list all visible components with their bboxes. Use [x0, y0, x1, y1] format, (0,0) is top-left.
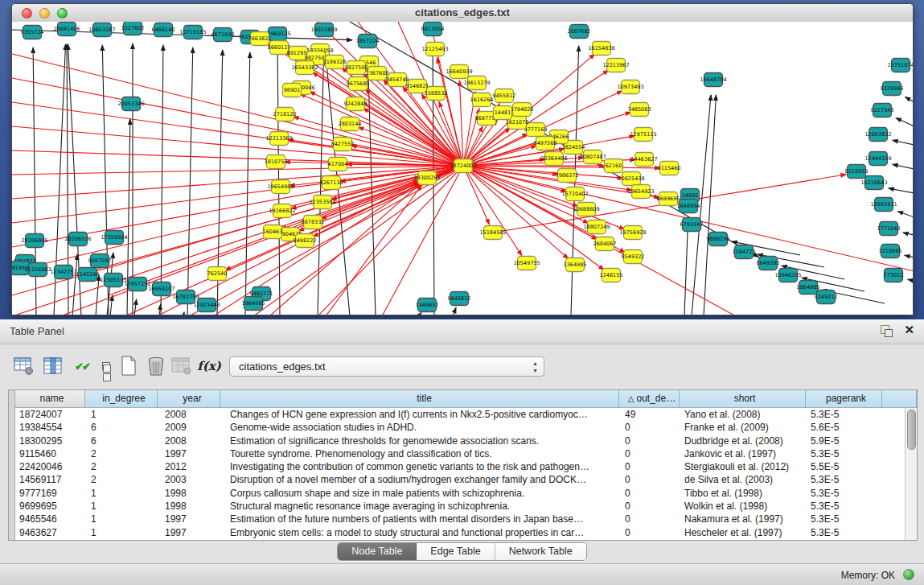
cell-short[interactable]: Franke et al. (2009) — [680, 421, 806, 434]
cell-year[interactable]: 2008 — [158, 408, 220, 421]
graph-node[interactable]: 1810753 — [265, 155, 288, 169]
cell-title[interactable]: Investigating the contribution of common… — [220, 460, 619, 473]
column-header-pagerank[interactable]: pagerank — [806, 390, 882, 408]
graph-node[interactable]: 1349652 — [416, 299, 439, 312]
cell-in_degree[interactable]: 1 — [85, 526, 158, 539]
cell-year[interactable]: 1997 — [158, 447, 220, 460]
graph-edge[interactable] — [896, 118, 913, 126]
graph-node[interactable]: 1640954 — [677, 200, 700, 213]
table-vertical-scrollbar[interactable] — [905, 408, 917, 540]
network-canvas[interactable]: 9355724206914061065328715276026466140107… — [12, 22, 913, 315]
cell-title[interactable]: Disruption of a novel member of a sodium… — [220, 473, 619, 486]
graph-node[interactable]: 9886296 — [707, 233, 730, 246]
cell-year[interactable]: 1998 — [158, 487, 220, 500]
graph-node[interactable]: 10653287 — [88, 23, 115, 37]
graph-node[interactable]: 12125493 — [421, 43, 448, 56]
tab-node-table[interactable]: Node Table — [338, 543, 417, 560]
graph-node[interactable]: 7663822 — [248, 32, 272, 46]
graph-node[interactable]: 62160 — [605, 159, 623, 173]
graph-edge[interactable] — [183, 312, 184, 315]
cell-year[interactable]: 2008 — [158, 435, 220, 447]
graph-node[interactable]: 7485063 — [628, 103, 651, 117]
graph-node[interactable]: 773012 — [884, 269, 904, 282]
graph-node[interactable]: 19654985 — [267, 180, 294, 194]
cell-in_degree[interactable]: 2 — [85, 447, 158, 460]
table-row[interactable]: 1830029562008Estimation of significance … — [15, 435, 905, 447]
cell-title[interactable]: Embryonic stem cells: a model to study s… — [220, 526, 619, 539]
graph-node[interactable]: 9827508 — [345, 61, 368, 75]
graph-node[interactable]: 2718120 — [273, 108, 297, 122]
table-select-dropdown[interactable]: citations_edges.txt ▲▼ — [229, 356, 544, 377]
window-titlebar[interactable]: citations_edges.txt — [12, 4, 913, 23]
cell-name[interactable]: 18724007 — [15, 408, 85, 421]
select-all-button[interactable]: ✔✔ — [69, 353, 95, 379]
cell-title[interactable]: Tourette syndrome. Phenomenology and cla… — [220, 447, 619, 460]
graph-node[interactable]: 1771043 — [877, 222, 901, 236]
graph-node[interactable]: 8215953 — [845, 165, 869, 179]
graph-edge[interactable] — [889, 188, 913, 193]
column-header-year[interactable]: year — [158, 390, 220, 408]
graph-node[interactable]: 19613279 — [463, 76, 490, 90]
cell-in_degree[interactable]: 1 — [85, 513, 158, 525]
cell-name[interactable]: 9777169 — [15, 487, 85, 500]
cell-title[interactable]: Changes of HCN gene expression and I(f) … — [220, 408, 619, 421]
cell-pagerank[interactable]: 5.3E-5 — [806, 447, 882, 460]
cell-title[interactable]: Structural magnetic resonance image aver… — [220, 500, 619, 513]
cell-in_degree[interactable]: 1 — [85, 500, 158, 513]
close-panel-button[interactable]: ✕ — [904, 323, 914, 337]
graph-node[interactable]: 1248155 — [600, 269, 623, 282]
graph-node[interactable]: 7857224 — [356, 35, 380, 48]
graph-node[interactable]: 10688609 — [573, 203, 599, 216]
graph-node[interactable]: 1210065 — [879, 245, 902, 258]
column-chooser-button[interactable] — [40, 353, 66, 379]
graph-node[interactable]: 9675685 — [347, 77, 370, 91]
graph-node[interactable]: 417004 — [328, 158, 348, 171]
cell-pagerank[interactable]: 5.3E-5 — [806, 526, 882, 539]
function-builder-button[interactable]: f(x) — [196, 353, 222, 379]
cell-year[interactable]: 2012 — [158, 460, 220, 473]
graph-edge[interactable] — [906, 97, 913, 102]
graph-node[interactable]: 15720407 — [561, 187, 588, 201]
graph-node[interactable]: 6794028 — [511, 103, 534, 117]
graph-node[interactable]: 15692931 — [870, 198, 897, 212]
graph-node[interactable]: 1145194 — [76, 268, 100, 282]
graph-node[interactable]: 1364985 — [564, 258, 587, 272]
graph-node[interactable]: 12353584 — [309, 196, 335, 209]
graph-node[interactable]: 98901 — [283, 84, 302, 97]
graph-node[interactable]: 20364486 — [540, 152, 567, 166]
graph-node[interactable]: 15751074 — [887, 59, 913, 72]
table-row[interactable]: 946554611997Estimation of the future num… — [15, 513, 905, 525]
graph-node[interactable]: 8649395 — [757, 257, 780, 270]
cell-short[interactable]: Wolkin et al. (1998) — [680, 500, 806, 513]
float-panel-button[interactable] — [881, 325, 893, 337]
graph-node[interactable]: 10973493 — [617, 80, 643, 94]
graph-edge[interactable] — [684, 220, 688, 315]
graph-node[interactable]: 15184585 — [479, 226, 506, 240]
graph-node[interactable]: 20053346 — [117, 97, 144, 111]
graph-node[interactable]: 1616264 — [470, 93, 494, 107]
cell-in_degree[interactable]: 1 — [85, 487, 158, 500]
graph-edge[interactable] — [893, 164, 913, 169]
graph-edge[interactable] — [453, 307, 456, 315]
cell-title[interactable]: Genome-wide association studies in ADHD. — [220, 421, 619, 434]
graph-node[interactable]: 8267130 — [320, 176, 343, 190]
cell-pagerank[interactable]: 5.3E-5 — [806, 473, 882, 486]
cell-pagerank[interactable]: 5.9E-5 — [806, 435, 882, 447]
graph-edge[interactable] — [12, 166, 463, 271]
graph-edge[interactable] — [60, 180, 418, 279]
delete-columns-button[interactable] — [143, 353, 169, 379]
graph-node[interactable]: 16210643 — [860, 176, 887, 190]
cell-short[interactable]: Jankovic et al. (1997) — [680, 447, 806, 460]
graph-node[interactable]: 9227343 — [871, 104, 894, 117]
cell-pagerank[interactable]: 5.6E-5 — [806, 421, 882, 434]
graph-node[interactable]: 12213369 — [265, 132, 292, 146]
graph-node[interactable]: 9645812 — [448, 292, 471, 306]
graph-node[interactable]: 12342757 — [50, 266, 76, 279]
cell-out_degree[interactable]: 0 — [619, 435, 680, 447]
graph-node[interactable]: 2684067 — [593, 237, 617, 251]
graph-node[interactable]: 7986372 — [556, 169, 579, 183]
graph-node[interactable]: 14481 — [494, 106, 512, 120]
cell-name[interactable]: 22420046 — [15, 460, 85, 473]
graph-edge[interactable] — [12, 54, 463, 166]
graph-node[interactable]: 2087682 — [568, 25, 591, 39]
